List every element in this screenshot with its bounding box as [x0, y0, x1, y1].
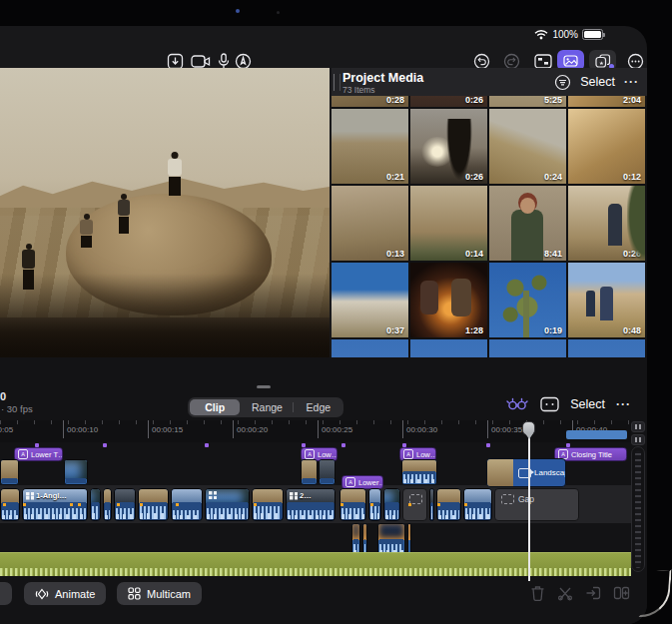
connected-clip[interactable] — [319, 459, 336, 485]
storyline-clip[interactable] — [103, 488, 112, 521]
connected-clip[interactable] — [0, 459, 19, 485]
media-thumbnail[interactable]: 2:04 — [568, 96, 645, 107]
connection-dot — [402, 443, 406, 447]
connected-clip[interactable] — [401, 459, 437, 485]
clip-waveform — [116, 508, 134, 519]
battery-percent: 100% — [552, 29, 578, 40]
clip-duration: 8:41 — [544, 249, 562, 259]
clip-waveform — [254, 506, 282, 519]
storyline-clip[interactable] — [463, 488, 492, 521]
clip-audio-area — [385, 502, 398, 519]
segment-range[interactable]: Range — [242, 399, 292, 415]
timeline-bottom-bar: Animate Multicam — [0, 579, 647, 624]
battery-icon — [582, 29, 603, 40]
clip-marker — [408, 503, 411, 506]
person-standing-on-boulder — [168, 152, 182, 196]
clip-duration: 1:28 — [465, 325, 483, 335]
timeline-select-button[interactable]: Select — [570, 397, 605, 411]
media-thumbnail[interactable]: 0:48 — [568, 263, 645, 337]
segment-clip[interactable]: Clip — [190, 399, 240, 415]
storyline-clip[interactable] — [205, 488, 250, 521]
media-thumbnail[interactable]: 0:37 — [332, 263, 408, 337]
media-thumbnail[interactable]: 0:28 — [332, 96, 408, 107]
timeline-vertical-scrollbar[interactable] — [631, 446, 645, 572]
clip-waveform — [465, 508, 490, 519]
media-thumbnail[interactable]: 0:14 — [410, 186, 487, 261]
clip-duration: 0:48 — [623, 325, 641, 335]
clip-thumbnail — [363, 524, 366, 540]
connected-clip-bar[interactable] — [566, 430, 627, 439]
clip-waveform — [431, 506, 432, 519]
connected-clip[interactable] — [301, 459, 318, 485]
clip-duration: 0:19 — [544, 325, 562, 335]
storyline-clip[interactable] — [383, 488, 400, 521]
media-thumbnail[interactable]: 0:21 — [332, 109, 408, 184]
clip-marker — [437, 503, 440, 506]
clip-thumbnail — [172, 489, 202, 503]
timeline-more-button[interactable]: ··· — [616, 397, 631, 411]
media-thumbnail[interactable]: 0:26 — [568, 186, 645, 261]
timeline-ruler[interactable]: 00:00:0500:00:1000:00:1500:00:2000:00:25… — [0, 420, 631, 442]
connected-clip[interactable] — [64, 459, 88, 485]
media-thumbnail[interactable]: 8:41 — [489, 186, 566, 261]
clip-thumbnail — [437, 489, 460, 503]
multicam-icon — [128, 587, 141, 600]
timeline-zoom-button-bottom[interactable] — [631, 434, 645, 445]
title-clip[interactable]: ALower T… — [14, 447, 63, 461]
media-thumbnail[interactable]: 0:24 — [489, 109, 566, 184]
media-select-button[interactable]: Select — [580, 75, 615, 89]
clip-waveform — [288, 510, 334, 519]
insert-icon[interactable] — [583, 583, 603, 603]
gap-clip[interactable]: Gap — [494, 488, 579, 521]
timeline-section: 0 · 30 fps Clip Range Edge Select ··· 0 — [0, 357, 647, 624]
clip-thumbnail — [487, 459, 513, 486]
animate-button[interactable]: Animate — [24, 582, 106, 605]
music-track-clip[interactable] — [0, 552, 631, 576]
title-clip[interactable]: ALower… — [341, 475, 383, 489]
clip-audio-area — [24, 502, 86, 519]
clip-duration: 2:04 — [623, 96, 641, 105]
animate-icon — [35, 588, 49, 600]
landscape-clip[interactable]: Landscap… — [486, 458, 566, 487]
media-thumbnail[interactable]: 0:19 — [489, 263, 566, 337]
connect-clips-icon[interactable] — [505, 395, 529, 412]
trash-icon[interactable] — [527, 583, 547, 603]
clip-thumbnail — [115, 489, 135, 503]
segment-edge[interactable]: Edge — [294, 399, 343, 415]
media-thumbnail[interactable]: 5:25 — [489, 96, 566, 107]
playhead-handle[interactable] — [522, 421, 535, 435]
gap-clip[interactable]: G… — [402, 488, 427, 521]
storyline-clip[interactable]: 2… — [286, 488, 336, 521]
video-viewer[interactable]: 00:00:37:14 41% ··· — [0, 68, 330, 357]
media-thumbnail[interactable]: 0:12 — [568, 109, 645, 184]
clip-thumbnail — [1, 460, 18, 479]
media-thumbnail[interactable]: 1:28 — [410, 263, 487, 337]
overwrite-icon[interactable] — [611, 583, 631, 603]
cutoff-button-fragment[interactable] — [0, 582, 12, 605]
media-thumbnail[interactable]: 0:13 — [332, 186, 408, 261]
multicam-button[interactable]: Multicam — [117, 582, 202, 605]
media-thumbnail[interactable]: 0:26 — [410, 109, 487, 184]
connection-dot — [35, 443, 39, 447]
clip-thumbnail — [384, 489, 399, 503]
clip-marker — [78, 503, 81, 506]
clip-marker — [23, 503, 26, 506]
media-more-button[interactable]: ··· — [624, 75, 639, 89]
filter-icon[interactable] — [554, 74, 571, 91]
blade-icon[interactable] — [555, 583, 575, 603]
clip-marker — [370, 503, 373, 506]
timeline-zoom-button-top[interactable] — [631, 421, 645, 432]
media-thumbnail[interactable]: 0:26 — [410, 96, 487, 107]
storyline-clip[interactable] — [90, 488, 101, 521]
front-camera — [236, 9, 240, 13]
panel-drag-handle[interactable] — [334, 74, 340, 91]
clip-marker — [3, 503, 6, 506]
clip-audio-area — [465, 502, 490, 519]
timeline-resize-handle[interactable] — [257, 385, 271, 388]
storyline-clip[interactable] — [429, 488, 434, 521]
overlay-view-icon[interactable] — [540, 396, 559, 412]
clip-audio-area — [321, 478, 334, 483]
clip-marker — [464, 503, 467, 506]
project-title-fragment: 0 — [0, 390, 6, 402]
storyline-clip[interactable] — [339, 488, 366, 521]
